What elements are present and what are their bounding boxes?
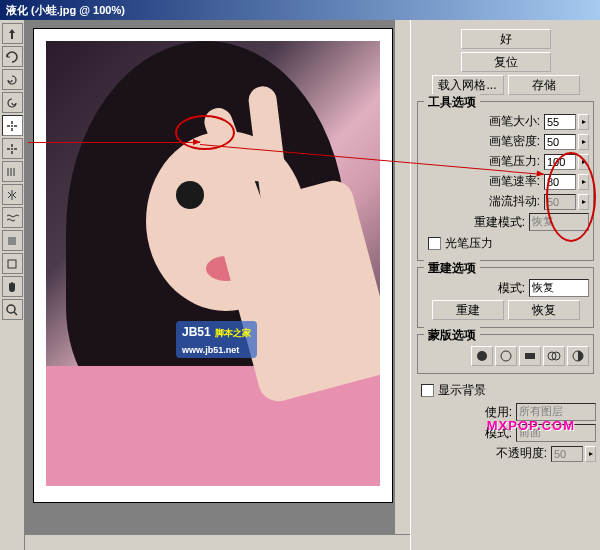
forward-warp-tool[interactable] — [2, 23, 23, 44]
svg-rect-2 — [8, 237, 16, 245]
push-left-tool[interactable] — [2, 161, 23, 182]
brush-rate-spinner[interactable]: ▸ — [578, 174, 589, 190]
brush-density-label: 画笔密度: — [422, 133, 540, 150]
mode-select[interactable]: 恢复 — [529, 279, 589, 297]
show-bg-checkbox[interactable] — [421, 384, 434, 397]
tool-options-section: 工具选项 画笔大小: ▸ 画笔密度: ▸ 画笔压力: ▸ 画笔速率: ▸ — [417, 101, 594, 261]
turb-jitter-spinner: ▸ — [578, 194, 589, 210]
pen-pressure-label: 光笔压力 — [445, 235, 493, 252]
pen-pressure-checkbox[interactable] — [428, 237, 441, 250]
freeze-mask-tool[interactable] — [2, 230, 23, 251]
reconstruct-mode-label: 重建模式: — [422, 214, 525, 231]
photo-preview: JB51 脚本之家 www.jb51.net — [46, 41, 380, 486]
opacity-input — [551, 446, 583, 462]
mask-intersect-icon[interactable] — [543, 346, 565, 366]
window-title: 液化 (小蛙.jpg @ 100%) — [0, 0, 600, 20]
mask-add-icon[interactable] — [495, 346, 517, 366]
brush-density-input[interactable] — [544, 134, 576, 150]
tool-options-legend: 工具选项 — [424, 94, 480, 111]
brush-size-input[interactable] — [544, 114, 576, 130]
mask-options-section: 蒙版选项 — [417, 334, 594, 374]
save-mesh-button[interactable]: 存储 — [508, 75, 580, 95]
brush-size-label: 画笔大小: — [422, 113, 540, 130]
brush-pressure-label: 画笔压力: — [422, 153, 540, 170]
brush-pressure-spinner[interactable]: ▸ — [578, 154, 589, 170]
horizontal-scrollbar[interactable] — [25, 534, 410, 550]
canvas-area: JB51 脚本之家 www.jb51.net MXPOP.COM — [25, 20, 410, 550]
brush-rate-input[interactable] — [544, 174, 576, 190]
hand-tool[interactable] — [2, 276, 23, 297]
turb-jitter-label: 湍流抖动: — [422, 193, 540, 210]
canvas[interactable]: JB51 脚本之家 www.jb51.net — [33, 28, 393, 503]
reconstruct-tool[interactable] — [2, 46, 23, 67]
load-mesh-button[interactable]: 载入网格... — [432, 75, 504, 95]
reset-button[interactable]: 复位 — [461, 52, 551, 72]
ok-button[interactable]: 好 — [461, 29, 551, 49]
rebuild-options-section: 重建选项 模式: 恢复 重建 恢复 — [417, 267, 594, 328]
svg-point-5 — [477, 351, 487, 361]
thaw-mask-tool[interactable] — [2, 253, 23, 274]
opacity-spinner: ▸ — [585, 446, 596, 462]
zoom-tool[interactable] — [2, 299, 23, 320]
svg-rect-7 — [525, 353, 535, 359]
watermark-mxpop: MXPOP.COM — [487, 418, 575, 433]
mask-invert-icon[interactable] — [567, 346, 589, 366]
rebuild-button[interactable]: 重建 — [432, 300, 504, 320]
twirl-cw-tool[interactable] — [2, 69, 23, 90]
workspace: JB51 脚本之家 www.jb51.net MXPOP.COM 好 复位 载入… — [0, 20, 600, 550]
svg-point-0 — [11, 125, 13, 127]
svg-point-1 — [11, 148, 13, 150]
mirror-tool[interactable] — [2, 184, 23, 205]
bloat-tool[interactable] — [2, 138, 23, 159]
opacity-label: 不透明度: — [415, 445, 547, 462]
toolbar — [0, 20, 25, 550]
mask-replace-icon[interactable] — [471, 346, 493, 366]
svg-rect-3 — [8, 260, 16, 268]
brush-density-spinner[interactable]: ▸ — [578, 134, 589, 150]
turb-jitter-input — [544, 194, 576, 210]
brush-rate-label: 画笔速率: — [422, 173, 540, 190]
twirl-ccw-tool[interactable] — [2, 92, 23, 113]
reconstruct-mode-select: 恢复 — [529, 213, 589, 231]
svg-point-4 — [7, 305, 15, 313]
show-bg-label: 显示背景 — [438, 382, 486, 399]
vertical-scrollbar[interactable] — [394, 20, 410, 550]
restore-button[interactable]: 恢复 — [508, 300, 580, 320]
brush-size-spinner[interactable]: ▸ — [578, 114, 589, 130]
brush-pressure-input[interactable] — [544, 154, 576, 170]
options-panel: 好 复位 载入网格... 存储 工具选项 画笔大小: ▸ 画笔密度: ▸ 画笔压… — [410, 20, 600, 550]
watermark-jb51: JB51 脚本之家 www.jb51.net — [176, 321, 257, 358]
mask-options-legend: 蒙版选项 — [424, 327, 480, 344]
mode-label: 模式: — [422, 280, 525, 297]
rebuild-options-legend: 重建选项 — [424, 260, 480, 277]
turbulence-tool[interactable] — [2, 207, 23, 228]
pucker-tool[interactable] — [2, 115, 23, 136]
svg-point-6 — [501, 351, 511, 361]
mask-subtract-icon[interactable] — [519, 346, 541, 366]
